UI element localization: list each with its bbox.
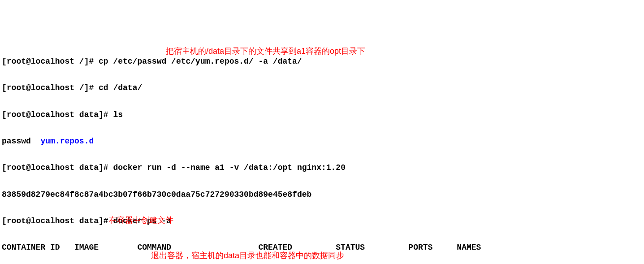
prompt: [root@localhost data]# (2, 110, 113, 119)
command: cd /data/ (99, 83, 142, 92)
terminal-line: [root@localhost data]# docker run -d --n… (2, 161, 642, 175)
prompt: [root@localhost data]# (2, 216, 113, 225)
terminal-line: passwd yum.repos.d (2, 135, 642, 148)
command: docker run -d --name a1 -v /data:/opt ng… (113, 163, 345, 172)
terminal-line: [root@localhost /]# cd /data/ (2, 82, 642, 95)
annotation-sync-data: 退出容器，宿主机的data目录也能和容器中的数据同步 (151, 249, 344, 263)
annotation-create-file: 在容器中创建文件 (109, 214, 173, 227)
command: cp /etc/passwd /etc/yum.repos.d/ -a /dat… (99, 57, 302, 66)
command: ls (113, 110, 123, 119)
terminal-line: [root@localhost data]# docker ps -a (2, 215, 642, 228)
annotation-share-data: 把宿主机的/data目录下的文件共享到a1容器的opt目录下 (166, 45, 365, 58)
container-id-output: 83859d8279ec84f8c87a4bc3b07f66b730c0daa7… (2, 188, 642, 202)
terminal-line: [root@localhost data]# ls (2, 108, 642, 122)
prompt: [root@localhost /]# (2, 57, 99, 66)
prompt: [root@localhost data]# (2, 163, 113, 172)
file-passwd: passwd (2, 137, 40, 146)
dir-yum-repos: yum.repos.d (40, 137, 94, 146)
prompt: [root@localhost /]# (2, 83, 99, 92)
